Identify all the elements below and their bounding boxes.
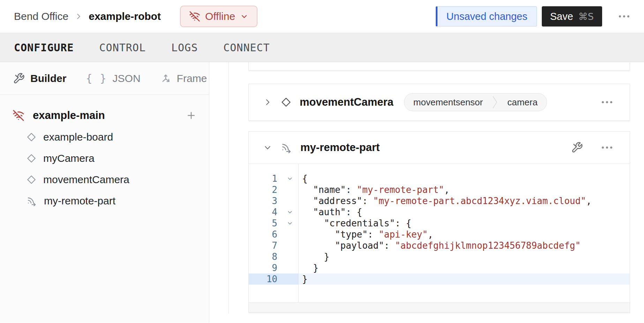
json-punctuation: : bbox=[384, 240, 395, 251]
line-number: 8 bbox=[249, 251, 282, 262]
remote-icon bbox=[27, 196, 37, 206]
json-punctuation: } bbox=[302, 274, 308, 284]
line-number: 4 bbox=[249, 207, 282, 217]
line-number: 3 bbox=[249, 196, 282, 206]
tools-icon[interactable] bbox=[571, 142, 583, 153]
breadcrumb: Bend Office example-robot bbox=[14, 10, 161, 22]
code-line-4[interactable]: "auth": { bbox=[299, 206, 630, 218]
machine-tabbar: CONFIGURECONTROLLOGSCONNECT bbox=[0, 33, 644, 62]
unsaved-changes-badge[interactable]: Unsaved changes bbox=[436, 6, 537, 27]
code-line-1[interactable]: { bbox=[299, 173, 630, 184]
json-punctuation: : bbox=[362, 196, 373, 206]
panel-divider bbox=[229, 62, 229, 314]
json-punctuation: , bbox=[428, 229, 433, 240]
tree-item-label: example-board bbox=[43, 131, 113, 143]
code-line-8[interactable]: } bbox=[299, 251, 630, 262]
card-my-remote-part: my-remote-part 12345678910 { "name": "my… bbox=[248, 131, 630, 313]
machine-status-dropdown[interactable]: Offline bbox=[180, 6, 257, 27]
chevron-down-icon[interactable] bbox=[263, 143, 272, 152]
gutter-line-4: 4 bbox=[249, 206, 298, 218]
json-punctuation: : { bbox=[395, 218, 411, 228]
card-overflow-menu[interactable] bbox=[599, 144, 615, 151]
tab-configure[interactable]: CONFIGURE bbox=[14, 42, 74, 54]
tag-separator-icon bbox=[492, 93, 498, 111]
code-line-9[interactable]: } bbox=[299, 262, 630, 273]
json-string: "abcdefghijklmnop123456789abcdefg" bbox=[395, 240, 581, 251]
gutter-line-8: 8 bbox=[249, 251, 298, 262]
json-string: "api-key" bbox=[379, 229, 428, 240]
tab-logs[interactable]: LOGS bbox=[171, 42, 198, 54]
component-type-badge: movementsensorcamera bbox=[404, 93, 547, 111]
gutter-line-5: 5 bbox=[249, 218, 298, 229]
json-punctuation bbox=[302, 229, 335, 240]
fold-chevron-icon[interactable] bbox=[282, 220, 298, 226]
mode-frame[interactable]: Frame bbox=[160, 73, 207, 84]
json-punctuation: , bbox=[586, 196, 592, 206]
gutter-line-9: 9 bbox=[249, 262, 298, 273]
json-punctuation: } bbox=[302, 251, 329, 262]
app-header: Bend Office example-robot Offline Unsave… bbox=[0, 0, 644, 33]
json-key: "credentials" bbox=[324, 218, 395, 228]
line-number: 7 bbox=[249, 240, 282, 251]
fold-chevron-icon[interactable] bbox=[282, 209, 298, 215]
card-movementCamera-header[interactable]: movementCamera movementsensorcamera bbox=[249, 84, 630, 120]
code-line-2[interactable]: "name": "my-remote-part", bbox=[299, 184, 630, 195]
tab-connect[interactable]: CONNECT bbox=[223, 42, 270, 54]
chevron-right-icon[interactable] bbox=[263, 98, 272, 106]
breadcrumb-machine-name: example-robot bbox=[89, 10, 161, 22]
diamond-icon bbox=[27, 175, 36, 185]
gutter-line-3: 3 bbox=[249, 195, 298, 206]
type-tag-camera: camera bbox=[498, 97, 547, 108]
content-row: Builder{ }JSONFrame example-main example… bbox=[0, 62, 644, 323]
mode-label: JSON bbox=[113, 73, 141, 84]
tree-item-label: myCamera bbox=[43, 152, 95, 164]
tree-item-my-remote-part[interactable]: my-remote-part bbox=[0, 190, 209, 211]
component-tree: example-main example-boardmyCameramoveme… bbox=[0, 95, 209, 211]
code-line-6[interactable]: "type": "api-key", bbox=[299, 229, 630, 240]
json-string: "my-remote-part" bbox=[357, 185, 444, 195]
wifi-off-icon bbox=[13, 110, 24, 121]
code-line-10[interactable]: } bbox=[299, 273, 630, 285]
card-my-remote-part-header[interactable]: my-remote-part bbox=[249, 132, 630, 164]
save-button[interactable]: Save ⌘S bbox=[542, 6, 602, 27]
json-punctuation bbox=[302, 207, 313, 217]
json-punctuation bbox=[302, 185, 313, 195]
json-punctuation: : { bbox=[346, 207, 362, 217]
tree-item-movementCamera[interactable]: movementCamera bbox=[0, 169, 209, 190]
config-mode-switcher: Builder{ }JSONFrame bbox=[0, 62, 209, 95]
mode-builder[interactable]: Builder bbox=[13, 73, 66, 84]
line-number: 1 bbox=[249, 173, 282, 184]
json-punctuation: } bbox=[302, 263, 319, 273]
code-line-5[interactable]: "credentials": { bbox=[299, 218, 630, 229]
json-code-editor[interactable]: 12345678910 { "name": "my-remote-part", … bbox=[249, 164, 630, 302]
gutter-line-7: 7 bbox=[249, 240, 298, 251]
add-component-button[interactable] bbox=[186, 110, 196, 121]
breadcrumb-location[interactable]: Bend Office bbox=[14, 10, 68, 22]
mode-label: Frame bbox=[177, 73, 207, 84]
tree-item-example-main[interactable]: example-main bbox=[0, 105, 209, 126]
gutter-line-2: 2 bbox=[249, 184, 298, 195]
json-key: "name" bbox=[313, 185, 346, 195]
tree-item-example-board[interactable]: example-board bbox=[0, 126, 209, 148]
tree-children: example-boardmyCameramovementCameramy-re… bbox=[0, 126, 209, 211]
mode-json[interactable]: { }JSON bbox=[86, 72, 140, 84]
frame-icon bbox=[160, 73, 171, 84]
code-line-7[interactable]: "payload": "abcdefghijklmnop123456789abc… bbox=[299, 240, 630, 251]
card-title: movementCamera bbox=[300, 96, 394, 108]
type-tag-movementsensor: movementsensor bbox=[404, 97, 492, 108]
config-sidebar: Builder{ }JSONFrame example-main example… bbox=[0, 62, 209, 323]
editor-code-area[interactable]: { "name": "my-remote-part", "address": "… bbox=[299, 164, 630, 302]
line-number: 5 bbox=[249, 218, 282, 228]
json-punctuation bbox=[302, 196, 313, 206]
header-overflow-menu[interactable] bbox=[616, 13, 632, 20]
json-punctuation: , bbox=[444, 185, 450, 195]
tree-item-myCamera[interactable]: myCamera bbox=[0, 148, 209, 169]
gutter-line-1: 1 bbox=[249, 173, 298, 184]
json-punctuation: { bbox=[302, 173, 308, 184]
tab-control[interactable]: CONTROL bbox=[99, 42, 146, 54]
code-line-3[interactable]: "address": "my-remote-part.abcd1234xyz.v… bbox=[299, 195, 630, 206]
tree-item-label: movementCamera bbox=[43, 174, 129, 186]
fold-chevron-icon[interactable] bbox=[282, 175, 298, 182]
card-overflow-menu[interactable] bbox=[599, 98, 615, 106]
config-main-panel: movementCamera movementsensorcamera bbox=[209, 62, 644, 323]
